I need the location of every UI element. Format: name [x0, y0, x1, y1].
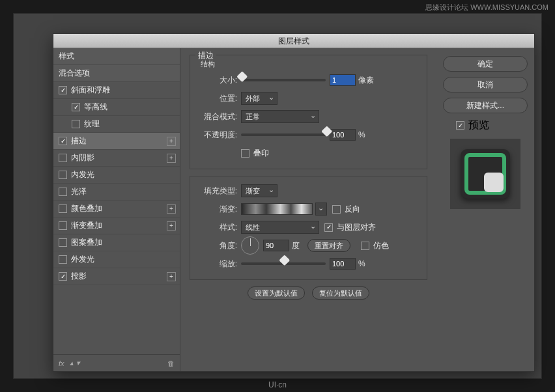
size-slider[interactable]: [241, 79, 326, 81]
style-checkbox[interactable]: [72, 120, 80, 128]
sidebar-item-label: 样式: [59, 51, 74, 62]
gradient-preview[interactable]: [241, 203, 313, 215]
sidebar-item-label: 图案叠加: [71, 237, 102, 248]
footer-logo: UI·cn: [268, 380, 287, 389]
scale-slider[interactable]: [241, 262, 326, 265]
opacity-input[interactable]: [330, 129, 356, 141]
style-checkbox[interactable]: [59, 86, 67, 94]
reset-align-button[interactable]: 重置对齐: [307, 239, 350, 252]
sidebar-item-label: 描边: [71, 135, 87, 147]
scale-unit: %: [358, 259, 365, 268]
angle-label: 角度:: [197, 240, 237, 251]
gradient-dropdown[interactable]: [315, 203, 327, 216]
add-effect-icon[interactable]: +: [167, 137, 176, 146]
blend-mode-select[interactable]: 正常: [241, 110, 319, 123]
layer-style-dialog: 图层样式 样式混合选项斜面和浮雕等高线纹理描边+内阴影+内发光光泽颜色叠加+渐变…: [53, 33, 535, 372]
style-checkbox[interactable]: [59, 188, 67, 196]
right-panel: 确定 取消 新建样式... 预览: [436, 48, 534, 371]
style-checkbox[interactable]: [59, 255, 67, 264]
size-label: 大小:: [197, 75, 237, 86]
sidebar-item-label: 投影: [71, 271, 87, 282]
position-label: 位置:: [197, 93, 237, 104]
blend-label: 混合模式:: [197, 111, 237, 122]
align-checkbox[interactable]: [324, 223, 333, 232]
sidebar-item-label: 光泽: [71, 186, 87, 197]
align-label: 与图层对齐: [337, 222, 376, 233]
fx-label[interactable]: fx: [59, 359, 64, 367]
trash-icon[interactable]: 🗑: [167, 359, 175, 367]
sidebar-item[interactable]: 斜面和浮雕: [53, 82, 180, 99]
sidebar-item[interactable]: 等高线: [53, 99, 180, 116]
sidebar-item-label: 混合选项: [59, 68, 90, 79]
opacity-unit: %: [358, 130, 365, 139]
sidebar-item[interactable]: 纹理: [53, 116, 180, 133]
style-checkbox[interactable]: [59, 272, 67, 281]
opacity-label: 不透明度:: [197, 130, 237, 141]
style-checkbox[interactable]: [72, 103, 80, 111]
sidebar-item[interactable]: 内阴影+: [53, 150, 180, 167]
style-checkbox[interactable]: [59, 221, 67, 230]
add-effect-icon[interactable]: +: [167, 154, 176, 163]
sidebar-item[interactable]: 内发光: [53, 167, 180, 184]
angle-dial[interactable]: [241, 236, 259, 255]
size-unit: 像素: [358, 75, 374, 86]
sidebar-item[interactable]: 渐变叠加+: [53, 217, 180, 234]
sidebar-item-label: 斜面和浮雕: [71, 85, 110, 96]
sidebar-item[interactable]: 混合选项: [53, 65, 180, 82]
preview-icon: [461, 149, 510, 199]
preview-box: [450, 139, 520, 209]
scale-label: 缩放:: [197, 259, 237, 270]
structure-label: 结构: [201, 59, 215, 69]
dither-label: 仿色: [373, 240, 389, 251]
cancel-button[interactable]: 取消: [443, 77, 528, 92]
sidebar-item-label: 外发光: [71, 254, 94, 265]
sidebar-item-label: 内发光: [71, 169, 94, 180]
add-effect-icon[interactable]: +: [167, 272, 176, 281]
dither-checkbox[interactable]: [361, 242, 369, 250]
set-default-button[interactable]: 设置为默认值: [248, 287, 305, 300]
styles-sidebar: 样式混合选项斜面和浮雕等高线纹理描边+内阴影+内发光光泽颜色叠加+渐变叠加+图案…: [53, 48, 180, 371]
fill-type-label: 填充类型:: [197, 186, 237, 197]
reverse-checkbox[interactable]: [332, 205, 341, 214]
ok-button[interactable]: 确定: [443, 56, 528, 72]
sidebar-item[interactable]: 样式: [53, 48, 180, 65]
sidebar-item[interactable]: 颜色叠加+: [53, 201, 180, 217]
style-checkbox[interactable]: [59, 238, 67, 247]
sidebar-item-label: 颜色叠加: [71, 203, 102, 214]
sidebar-item[interactable]: 投影+: [53, 268, 180, 285]
style-label: 样式:: [197, 222, 237, 233]
arrow-up-icon[interactable]: ▴: [70, 359, 74, 367]
preview-label: 预览: [468, 119, 489, 132]
watermark: 思缘设计论坛 WWW.MISSYUAN.COM: [425, 3, 548, 12]
sidebar-item-label: 内阴影: [71, 152, 94, 163]
gradient-label: 渐变:: [197, 204, 237, 215]
gradient-style-select[interactable]: 线性: [241, 221, 319, 234]
overprint-checkbox[interactable]: [241, 149, 249, 158]
sidebar-item-label: 渐变叠加: [71, 220, 102, 231]
style-checkbox[interactable]: [59, 171, 67, 179]
scale-input[interactable]: [330, 258, 356, 270]
sidebar-item-label: 等高线: [84, 102, 107, 113]
new-style-button[interactable]: 新建样式...: [443, 98, 528, 113]
arrow-down-icon[interactable]: ▾: [76, 359, 80, 367]
position-select[interactable]: 外部: [241, 92, 278, 105]
fill-type-select[interactable]: 渐变: [241, 184, 278, 197]
style-checkbox[interactable]: [59, 137, 67, 145]
style-checkbox[interactable]: [59, 204, 67, 213]
add-effect-icon[interactable]: +: [167, 221, 176, 231]
sidebar-item[interactable]: 描边+: [53, 133, 180, 150]
settings-panel: 描边 结构 大小: 像素 位置: 外部 混合模式: 正常 不透明度:: [180, 48, 436, 371]
overprint-label: 叠印: [253, 148, 269, 159]
sidebar-item[interactable]: 光泽: [53, 184, 180, 201]
style-checkbox[interactable]: [59, 154, 67, 162]
sidebar-item[interactable]: 图案叠加: [53, 234, 180, 251]
preview-checkbox[interactable]: [456, 121, 464, 130]
sidebar-item[interactable]: 外发光: [53, 251, 180, 268]
add-effect-icon[interactable]: +: [167, 204, 176, 214]
restore-default-button[interactable]: 复位为默认值: [312, 287, 369, 300]
app-background: 图层样式 样式混合选项斜面和浮雕等高线纹理描边+内阴影+内发光光泽颜色叠加+渐变…: [13, 13, 542, 379]
angle-input[interactable]: [263, 240, 289, 251]
sidebar-footer: fx ▴ ▾ 🗑: [53, 354, 180, 371]
opacity-slider[interactable]: [241, 133, 326, 136]
size-input[interactable]: [330, 74, 356, 86]
